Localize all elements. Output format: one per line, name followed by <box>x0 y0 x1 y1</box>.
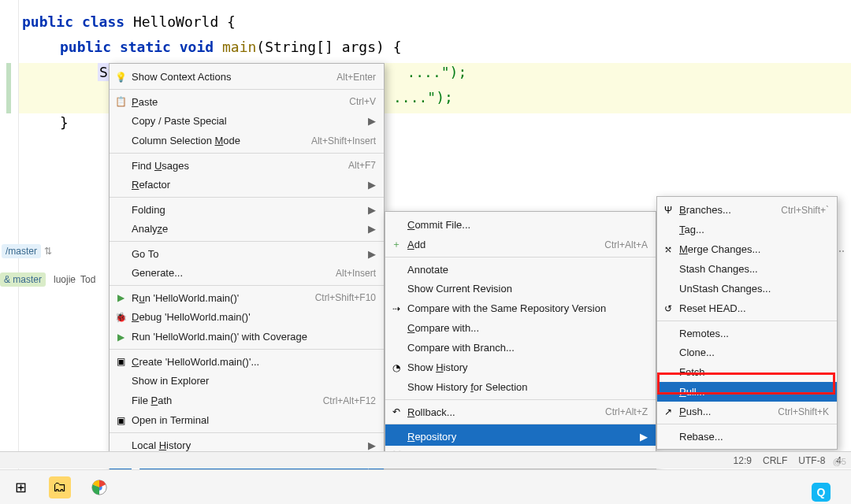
menu-item-analyze[interactable]: Analyze▶ <box>110 219 384 239</box>
menu-item-show-context-actions[interactable]: 💡Show Context ActionsAlt+Enter <box>110 67 384 87</box>
shortcut: Ctrl+V <box>349 96 376 107</box>
menu-item-show-history-for-selection[interactable]: Show History for Selection <box>385 377 656 397</box>
rb-icon: ↶ <box>390 406 403 418</box>
cmp-icon: ⇢ <box>390 302 403 315</box>
submenu-arrow-icon: ▶ <box>368 223 376 235</box>
menu-item-push[interactable]: ↗Push...Ctrl+Shift+K <box>657 402 837 421</box>
encoding[interactable]: UTF-8 <box>798 455 825 466</box>
menu-item-rebase[interactable]: Rebase... <box>657 424 837 446</box>
menu-item-open-in-terminal[interactable]: ▣Open in Terminal <box>110 410 384 430</box>
menu-item-rollback[interactable]: ↶Rollback...Ctrl+Alt+Z <box>385 399 656 421</box>
line-ending[interactable]: CRLF <box>763 455 787 466</box>
hist-icon: ◔ <box>390 361 403 374</box>
menu-item-compare-with-branch[interactable]: Compare with Branch... <box>385 338 656 358</box>
status-bar: 12:9 CRLF UTF-8 4 <box>0 451 851 469</box>
explorer-icon[interactable]: 🗂 <box>49 476 71 498</box>
menu-label: Stash Changes... <box>679 263 829 275</box>
watermark: @5 <box>833 457 846 466</box>
menu-item-show-current-revision[interactable]: Show Current Revision <box>385 279 656 298</box>
menu-label: Add <box>407 239 604 250</box>
menu-label: File Path <box>132 395 323 406</box>
menu-item-file-path[interactable]: File PathCtrl+Alt+F12 <box>110 391 384 410</box>
create-icon: ▣ <box>114 355 127 368</box>
shortcut: Ctrl+Alt+A <box>604 239 648 250</box>
menu-item-run-helloworld-main[interactable]: ▶Run 'HelloWorld.main()'Ctrl+Shift+F10 <box>110 285 384 307</box>
menu-item-branches[interactable]: ΨBranches...Ctrl+Shift+` <box>657 200 837 220</box>
repository-submenu[interactable]: ΨBranches...Ctrl+Shift+`Tag...⤲Merge Cha… <box>656 196 838 450</box>
menu-label: Compare with... <box>407 322 648 334</box>
menu-label: Merge Changes... <box>679 243 829 255</box>
menu-item-compare-with-the-same-repository-version[interactable]: ⇢Compare with the Same Repository Versio… <box>385 298 656 318</box>
menu-label: Run 'HelloWorld.main()' with Coverage <box>132 331 376 343</box>
menu-label: Create 'HelloWorld.main()'... <box>132 356 376 368</box>
menu-label: Show in Explorer <box>132 375 376 387</box>
menu-item-pull[interactable]: Pull... <box>657 382 837 402</box>
menu-label: Column Selection Mode <box>132 135 311 146</box>
submenu-arrow-icon: ▶ <box>368 179 376 191</box>
menu-item-show-history[interactable]: ◔Show History <box>385 358 656 377</box>
menu-item-generate[interactable]: Generate...Alt+Insert <box>110 263 384 283</box>
chrome-icon[interactable] <box>88 476 110 498</box>
menu-item-create-helloworld-main[interactable]: ▣Create 'HelloWorld.main()'... <box>110 349 384 371</box>
menu-label: Remotes... <box>679 328 829 339</box>
menu-item-unstash-changes[interactable]: UnStash Changes... <box>657 279 837 298</box>
menu-item-merge-changes[interactable]: ⤲Merge Changes... <box>657 239 837 259</box>
shortcut: Alt+Insert <box>336 268 376 279</box>
menu-item-stash-changes[interactable]: Stash Changes... <box>657 259 837 279</box>
editor-context-menu[interactable]: 💡Show Context ActionsAlt+Enter📋PasteCtrl… <box>109 63 385 504</box>
menu-label: Compare with Branch... <box>407 342 648 354</box>
menu-label: Reset HEAD... <box>679 302 829 314</box>
push-icon: ↗ <box>662 406 674 418</box>
menu-item-reset-head[interactable]: ↺Reset HEAD... <box>657 298 837 318</box>
menu-item-commit-file[interactable]: Commit File... <box>385 215 656 235</box>
submenu-arrow-icon: ▶ <box>368 248 376 260</box>
menu-item-run-helloworld-main-with-coverage[interactable]: ▶Run 'HelloWorld.main()' with Coverage <box>110 327 384 346</box>
git-submenu[interactable]: Commit File...＋AddCtrl+Alt+AAnnotateShow… <box>385 211 656 469</box>
menu-label: Show History for Selection <box>407 381 648 393</box>
menu-label: Show History <box>407 361 648 373</box>
menu-label: Repository <box>407 431 634 443</box>
task-view-icon[interactable]: ⊞ <box>9 476 32 498</box>
menu-label: Folding <box>132 204 362 216</box>
menu-label: Show Context Actions <box>132 71 336 83</box>
menu-item-add[interactable]: ＋AddCtrl+Alt+A <box>385 235 656 254</box>
menu-item-find-usages[interactable]: Find UsagesAlt+F7 <box>110 153 384 175</box>
menu-item-show-in-explorer[interactable]: Show in Explorer <box>110 371 384 391</box>
menu-item-debug-helloworld-main[interactable]: 🐞Debug 'HelloWorld.main()' <box>110 307 384 327</box>
menu-label: Compare with the Same Repository Version <box>407 302 648 314</box>
menu-label: Fetch <box>679 366 829 378</box>
qq-icon[interactable]: Q <box>812 483 831 502</box>
menu-item-annotate[interactable]: Annotate <box>385 257 656 279</box>
menu-label: Analyze <box>132 223 362 235</box>
menu-item-clone[interactable]: Clone... <box>657 343 837 362</box>
shortcut: Ctrl+Alt+F12 <box>323 395 376 406</box>
menu-item-column-selection-mode[interactable]: Column Selection ModeAlt+Shift+Insert <box>110 131 384 150</box>
shortcut: Ctrl+Shift+` <box>781 205 829 216</box>
submenu-arrow-icon: ▶ <box>368 204 376 216</box>
menu-label: Paste <box>132 96 349 108</box>
menu-item-go-to[interactable]: Go To▶ <box>110 241 384 263</box>
menu-item-repository[interactable]: Repository▶ <box>385 424 656 446</box>
menu-label: Tag... <box>679 224 829 235</box>
merge-icon: ⤲ <box>662 243 674 256</box>
menu-label: Show Current Revision <box>407 283 648 295</box>
menu-item-refactor[interactable]: Refactor▶ <box>110 175 384 195</box>
bulb-icon: 💡 <box>114 71 127 83</box>
menu-item-copy-paste-special[interactable]: Copy / Paste Special▶ <box>110 111 384 131</box>
shortcut: Alt+F7 <box>348 160 376 171</box>
submenu-arrow-icon: ▶ <box>368 439 376 451</box>
menu-item-paste[interactable]: 📋PasteCtrl+V <box>110 89 384 111</box>
menu-item-compare-with[interactable]: Compare with... <box>385 318 656 338</box>
caret-position[interactable]: 12:9 <box>734 455 752 466</box>
branch-icon: Ψ <box>662 204 674 217</box>
menu-label: Open in Terminal <box>132 414 376 426</box>
menu-label: Pull... <box>679 386 829 398</box>
menu-label: Push... <box>679 406 778 417</box>
menu-label: Debug 'HelloWorld.main()' <box>132 311 376 323</box>
menu-label: Go To <box>132 248 362 260</box>
menu-item-remotes[interactable]: Remotes... <box>657 321 837 343</box>
menu-item-tag[interactable]: Tag... <box>657 220 837 239</box>
menu-item-fetch[interactable]: Fetch <box>657 362 837 382</box>
menu-item-folding[interactable]: Folding▶ <box>110 197 384 219</box>
paste-icon: 📋 <box>114 95 127 108</box>
